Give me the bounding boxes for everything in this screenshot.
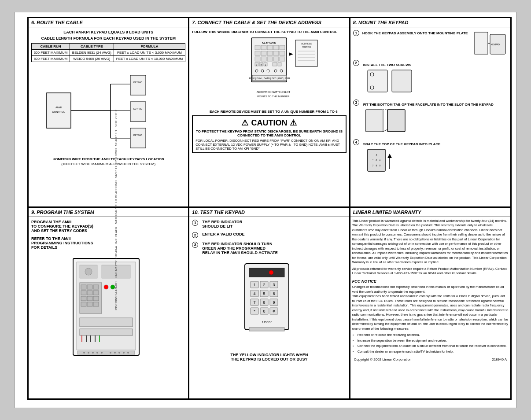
svg-rect-30 bbox=[280, 57, 285, 61]
svg-point-115 bbox=[127, 352, 129, 354]
svg-rect-5 bbox=[130, 102, 146, 122]
caution-title: ⚠ CAUTION ⚠ bbox=[195, 118, 343, 128]
section-7: 7. CONNECT THE CABLE & SET THE DEVICE AD… bbox=[189, 18, 350, 207]
copyright-text: Copyright © 2002 Linear Corporation bbox=[354, 357, 412, 362]
svg-point-114 bbox=[123, 352, 125, 354]
svg-rect-63 bbox=[392, 70, 412, 92]
test-step-3-label: THE RED INDICATOR SHOULD TURN GREEN AND … bbox=[202, 242, 278, 255]
section-9-header: 9. PROGRAM THE SYSTEM bbox=[29, 208, 188, 217]
svg-rect-64 bbox=[365, 110, 383, 132]
side-text: INSTRINST-LAM-KPI · LINEAR P/N: 218940-A… bbox=[114, 110, 118, 310]
svg-line-66 bbox=[383, 129, 387, 132]
step-2-test-circle: 2 bbox=[192, 232, 198, 238]
svg-rect-88 bbox=[87, 291, 92, 295]
svg-marker-53 bbox=[289, 52, 293, 56]
svg-text:±: ± bbox=[261, 63, 262, 66]
svg-rect-38 bbox=[278, 63, 281, 66]
svg-rect-96 bbox=[80, 318, 133, 327]
svg-rect-92 bbox=[93, 296, 99, 301]
step1-content: 1 HOOK THE KEYPAD ASSEMBLY ONTO THE MOUN… bbox=[353, 30, 470, 36]
svg-text:4: 4 bbox=[254, 291, 256, 296]
test-step-1-label: THE RED INDICATOR SHOULD BE LIT bbox=[202, 220, 242, 228]
section-6: 6. ROUTE THE CABLE EACH AM-KPI KEYPAD EQ… bbox=[28, 18, 189, 207]
section-6-title1: EACH AM-KPI KEYPAD EQUALS 9 LOAD UNITS bbox=[31, 30, 185, 34]
svg-rect-23 bbox=[267, 51, 273, 55]
svg-point-106 bbox=[83, 352, 85, 354]
section-7-header: 7. CONNECT THE CABLE & SET THE DEVICE AD… bbox=[189, 18, 349, 27]
section-7-content: FOLLOW THIS WIRING DIAGRAM TO CONNECT TH… bbox=[189, 27, 349, 206]
svg-text:7: 7 bbox=[372, 164, 373, 167]
svg-rect-28 bbox=[267, 57, 273, 61]
svg-rect-17 bbox=[261, 45, 266, 50]
mount-steps: 1 HOOK THE KEYPAD ASSEMBLY ONTO THE MOUN… bbox=[353, 30, 508, 175]
row2-cable-type: WEICO 9405 (20 AWG) bbox=[70, 56, 114, 62]
warning-triangle-right: ⚠ bbox=[290, 118, 297, 128]
svg-point-113 bbox=[118, 352, 120, 354]
svg-point-118 bbox=[269, 270, 273, 275]
svg-rect-87 bbox=[81, 291, 86, 295]
fcc-body: Changes or modifications not expressly d… bbox=[352, 285, 509, 331]
measure-2: Increase the separation between the equi… bbox=[358, 339, 509, 343]
svg-point-103 bbox=[104, 285, 108, 289]
amii-diagram bbox=[31, 254, 185, 366]
svg-text:1: 1 bbox=[254, 283, 256, 287]
svg-rect-25 bbox=[280, 51, 285, 55]
svg-point-81 bbox=[85, 268, 92, 275]
svg-text:7: 7 bbox=[254, 300, 256, 305]
section-9-text1: PROGRAM THE AM/II TO CONFIGURE THE KEYPA… bbox=[31, 220, 185, 233]
test-step-2-label: ENTER A VALID CODE bbox=[202, 232, 244, 236]
svg-point-108 bbox=[92, 352, 94, 354]
svg-point-109 bbox=[96, 352, 98, 354]
step-4-label: SNAP THE TOP OF THE KEYPAD INTO PLACE bbox=[363, 142, 441, 146]
svg-text:#: # bbox=[273, 309, 275, 313]
fcc-title: FCC NOTICE bbox=[352, 279, 509, 284]
svg-text:KEYPAD: KEYPAD bbox=[133, 134, 142, 136]
warranty-content: This Linear product is warranted against… bbox=[350, 217, 510, 365]
step-2-diagram bbox=[363, 68, 508, 96]
svg-marker-76 bbox=[387, 154, 392, 158]
svg-rect-86 bbox=[93, 285, 99, 289]
mount-step-3: 3 FIT THE BOTTOM TAB OF THE FACEPLATE IN… bbox=[353, 99, 508, 136]
svg-text:0: 0 bbox=[263, 309, 266, 313]
test-step-1: 1 THE RED INDICATOR SHOULD BE LIT bbox=[192, 220, 346, 228]
svg-rect-19 bbox=[273, 45, 279, 50]
step-3-test-circle: 3 bbox=[192, 242, 198, 248]
page: INSTRINST-LAM-KPI · LINEAR P/N: 218940-A… bbox=[15, 12, 516, 408]
test-step-2: 2 ENTER A VALID CODE bbox=[192, 232, 346, 238]
svg-rect-144 bbox=[249, 328, 284, 331]
svg-text:KEYPAD: KEYPAD bbox=[133, 81, 142, 84]
row1-formula: FEET x LOAD UNITS < 3,000 MAXIMUM bbox=[114, 50, 185, 56]
step-2-label: INSTALL THE TWO SCREWS bbox=[363, 63, 411, 67]
svg-text:0: 0 bbox=[376, 159, 377, 162]
homerun-note: (1000 FEET WIRE MAXIMUM ALLOWED IN THE S… bbox=[31, 162, 185, 166]
section-10: 10. TEST THE KEYPAD 1 THE RED INDICATOR … bbox=[189, 207, 350, 399]
step-1-test-circle: 1 bbox=[192, 220, 198, 226]
svg-text:SWITCH: SWITCH bbox=[302, 46, 311, 48]
svg-rect-95 bbox=[93, 302, 99, 306]
section-8: 8. MOUNT THE KEYPAD 1 HOOK THE KEYPAD AS… bbox=[350, 18, 511, 207]
svg-rect-117 bbox=[249, 268, 284, 277]
svg-rect-56 bbox=[475, 32, 488, 54]
measure-4: Consult the dealer or an experienced rad… bbox=[358, 350, 509, 354]
section-warranty: LINEAR LIMITED WARRANTY This Linear prod… bbox=[350, 207, 511, 399]
svg-text:PCLK | DVAL | DATO | DATI | GN: PCLK | DVAL | DATO | DATI | GND | PWR bbox=[249, 77, 291, 80]
svg-rect-16 bbox=[255, 45, 260, 50]
mount-step-4: 4 SNAP THE TOP OF THE KEYPAD INTO PLACE … bbox=[353, 139, 508, 175]
section-10-content: 1 THE RED INDICATOR SHOULD BE LIT 2 ENTE… bbox=[189, 217, 349, 399]
step-4-diagram: 4 * 0 # 7 8 9 bbox=[363, 147, 508, 175]
svg-rect-22 bbox=[261, 51, 266, 55]
svg-text:9: 9 bbox=[379, 164, 380, 167]
test-keypad-diagram: 1 2 3 4 5 6 7 8 bbox=[192, 259, 346, 349]
svg-rect-90 bbox=[81, 296, 86, 301]
svg-text:1: 1 bbox=[265, 63, 266, 66]
warranty-body-text: This Linear product is warranted against… bbox=[352, 219, 508, 265]
svg-rect-20 bbox=[280, 45, 285, 50]
svg-point-110 bbox=[101, 352, 103, 354]
step4-content: SNAP THE TOP OF THE KEYPAD INTO PLACE 4 … bbox=[363, 139, 508, 175]
col-header-formula: FORMULA bbox=[114, 44, 185, 50]
step-4-circle: 4 bbox=[353, 139, 359, 145]
svg-text:KEYPAD: KEYPAD bbox=[133, 107, 142, 110]
caution-body2: FOR LOCAL POWER, DISCONNECT RED WIRE FRO… bbox=[195, 139, 343, 151]
part-number: 218940 A bbox=[492, 357, 507, 362]
svg-rect-97 bbox=[80, 329, 133, 335]
